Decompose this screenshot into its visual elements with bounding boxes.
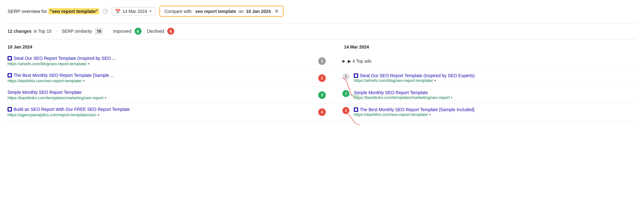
title-text-left-2: The Best Monthly SEO Report Template [Sa… bbox=[14, 73, 114, 78]
in-top-text: in Top 10 bbox=[34, 29, 52, 34]
result-url-right-3[interactable]: https://backlinko.com/templates/marketin… bbox=[354, 95, 452, 100]
connector-col-2: 2 bbox=[302, 74, 342, 82]
compare-on: on bbox=[239, 9, 244, 14]
result-title-left-2[interactable]: The Best Monthly SEO Report Template [Sa… bbox=[8, 73, 302, 78]
title-text-left-4: Build an SEO Report With Our FREE SEO Re… bbox=[14, 107, 130, 112]
right-pos-badge-4: 3 bbox=[342, 107, 349, 114]
page-container: SERP overview for "seo report template" … bbox=[0, 0, 644, 126]
table-row: The Best Monthly SEO Report Template [Sa… bbox=[8, 70, 636, 87]
right-entry-2: 1 Steal Our SEO Report Template (Inspire… bbox=[342, 73, 636, 83]
url-dropdown-right-icon-2[interactable]: ▾ bbox=[434, 79, 436, 82]
result-title-left-1[interactable]: Steal Our SEO Report Template (Inspired … bbox=[8, 56, 302, 61]
help-icon[interactable]: ? bbox=[103, 9, 108, 14]
title-text-left-1: Steal Our SEO Report Template (Inspired … bbox=[14, 56, 116, 61]
result-url-left-1[interactable]: https://ahrefs.com/blog/seo-report-templ… bbox=[8, 61, 302, 66]
serp-overview-prefix: SERP overview for bbox=[8, 9, 47, 14]
pos-badge-left-2: 2 bbox=[318, 74, 326, 82]
url-dropdown-right-icon-4[interactable]: ▾ bbox=[429, 113, 431, 116]
url-dropdown-icon-1[interactable]: ▾ bbox=[88, 62, 90, 66]
keyword-highlight: "seo report template" bbox=[48, 8, 99, 14]
result-title-left-4[interactable]: Build an SEO Report With Our FREE SEO Re… bbox=[8, 107, 302, 112]
serp-similarity-badge: 78 bbox=[95, 28, 103, 35]
pos-badge-left-4: 4 bbox=[318, 108, 326, 116]
ads-entry-1: ▶ ▶ 4 Top ads bbox=[342, 59, 371, 64]
connector-col-1: 1 bbox=[302, 57, 342, 65]
favicon-right-icon-4 bbox=[354, 107, 358, 112]
table-row: Steal Our SEO Report Template (Inspired … bbox=[8, 53, 636, 70]
result-url-right-4[interactable]: https://dashthis.com/seo-report-template… bbox=[354, 112, 475, 117]
url-text-left-1: https://ahrefs.com/blog/seo-report-templ… bbox=[8, 61, 87, 66]
ads-label-1: ▶ 4 Top ads bbox=[348, 59, 371, 64]
close-button[interactable]: ✕ bbox=[275, 8, 279, 14]
right-content-3: Simple Monthly SEO Report Template https… bbox=[354, 90, 452, 100]
right-entry-4: 3 The Best Monthly SEO Report Template [… bbox=[342, 107, 636, 117]
play-icon-1: ▶ bbox=[342, 59, 345, 63]
right-pos-badge-3: 2 bbox=[342, 90, 349, 97]
title-text-right-2: Steal Our SEO Report Template (Inspired … bbox=[360, 73, 475, 78]
result-url-right-2[interactable]: https://ahrefs.com/blog/seo-report-templ… bbox=[354, 78, 475, 83]
right-entry-1: ▶ ▶ 4 Top ads bbox=[342, 59, 636, 64]
compare-keyword: seo report template bbox=[195, 9, 236, 14]
compare-date: 10 Jan 2024 bbox=[246, 9, 271, 14]
result-url-left-3[interactable]: https://backlinko.com/templates/marketin… bbox=[8, 95, 302, 100]
calendar-icon: 📅 bbox=[115, 9, 120, 14]
url-text-right-2: https://ahrefs.com/blog/seo-report-templ… bbox=[354, 78, 433, 83]
right-content-2: Steal Our SEO Report Template (Inspired … bbox=[354, 73, 475, 83]
results-container: Steal Our SEO Report Template (Inspired … bbox=[8, 53, 636, 121]
url-dropdown-icon-2[interactable]: ▾ bbox=[83, 79, 85, 83]
dot-separator-2: · bbox=[107, 28, 108, 34]
connector-col-3: 3 bbox=[302, 91, 342, 99]
favicon-right-icon-2 bbox=[354, 73, 358, 78]
right-inner-2: 1 Steal Our SEO Report Template (Inspire… bbox=[342, 73, 636, 83]
right-content-4: The Best Monthly SEO Report Template [Sa… bbox=[354, 107, 475, 117]
left-entry-3: Simple Monthly SEO Report Template https… bbox=[8, 90, 302, 100]
favicon-icon-1 bbox=[8, 56, 12, 60]
compare-banner: Compare with: seo report template on 10 … bbox=[159, 6, 284, 17]
url-text-left-2: https://dashthis.com/seo-report-template… bbox=[8, 78, 82, 83]
changes-count: 12 changes in Top 10 bbox=[8, 29, 52, 34]
title-text-left-3: Simple Monthly SEO Report Template bbox=[8, 90, 82, 95]
favicon-icon-4 bbox=[8, 107, 12, 112]
result-url-left-4[interactable]: https://agencyanalytics.com/report-templ… bbox=[8, 112, 302, 117]
url-text-right-4: https://dashthis.com/seo-report-template… bbox=[354, 112, 428, 117]
right-inner-3: 2 Simple Monthly SEO Report Template htt… bbox=[342, 90, 636, 100]
header-date: 14 Mar 2024 bbox=[122, 9, 147, 14]
serp-similarity-label: SERP similarity bbox=[62, 29, 92, 34]
table-row: Build an SEO Report With Our FREE SEO Re… bbox=[8, 104, 636, 121]
improved-label: Improved bbox=[113, 29, 131, 34]
pos-badge-left-3: 3 bbox=[318, 91, 326, 99]
result-title-right-2[interactable]: Steal Our SEO Report Template (Inspired … bbox=[354, 73, 475, 78]
right-date-header: 14 Mar 2024 bbox=[338, 44, 636, 49]
connector-col-4: 4 bbox=[302, 108, 342, 116]
improved-badge: 6 bbox=[135, 28, 142, 35]
title-text-right-3: Simple Monthly SEO Report Template bbox=[354, 90, 428, 95]
left-date-header: 10 Jan 2024 bbox=[8, 44, 300, 49]
result-title-left-3[interactable]: Simple Monthly SEO Report Template bbox=[8, 90, 302, 95]
url-dropdown-right-icon-3[interactable]: ▾ bbox=[451, 96, 452, 99]
right-inner-4: 3 The Best Monthly SEO Report Template [… bbox=[342, 107, 636, 117]
result-url-left-2[interactable]: https://dashthis.com/seo-report-template… bbox=[8, 78, 302, 83]
title-text-right-4: The Best Monthly SEO Report Template [Sa… bbox=[360, 107, 475, 112]
pos-badge-left-1: 1 bbox=[318, 57, 326, 65]
right-pos-badge-2: 1 bbox=[342, 73, 349, 80]
declined-label: Declined bbox=[147, 29, 164, 34]
url-text-left-3: https://backlinko.com/templates/marketin… bbox=[8, 95, 103, 100]
result-title-right-3[interactable]: Simple Monthly SEO Report Template bbox=[354, 90, 452, 95]
changes-count-text: 12 changes bbox=[8, 29, 31, 34]
dates-header: 10 Jan 2024 14 Mar 2024 bbox=[8, 44, 636, 49]
url-text-right-3: https://backlinko.com/templates/marketin… bbox=[354, 95, 450, 100]
result-title-right-4[interactable]: The Best Monthly SEO Report Template [Sa… bbox=[354, 107, 475, 112]
left-entry-2: The Best Monthly SEO Report Template [Sa… bbox=[8, 73, 302, 83]
url-dropdown-icon-3[interactable]: ▾ bbox=[105, 96, 106, 100]
url-text-left-4: https://agencyanalytics.com/report-templ… bbox=[8, 112, 97, 117]
left-entry-1: Steal Our SEO Report Template (Inspired … bbox=[8, 56, 302, 66]
chevron-down-icon: ▼ bbox=[149, 9, 152, 13]
date-selector[interactable]: 📅 14 Mar 2024 ▼ bbox=[112, 7, 156, 15]
compare-label: Compare with: bbox=[164, 9, 193, 14]
declined-badge: 6 bbox=[167, 28, 174, 35]
left-entry-4: Build an SEO Report With Our FREE SEO Re… bbox=[8, 107, 302, 117]
url-dropdown-icon-4[interactable]: ▾ bbox=[98, 113, 99, 117]
right-entry-3: 2 Simple Monthly SEO Report Template htt… bbox=[342, 90, 636, 100]
dot-separator-1: · bbox=[56, 28, 57, 34]
favicon-icon-2 bbox=[8, 73, 12, 77]
